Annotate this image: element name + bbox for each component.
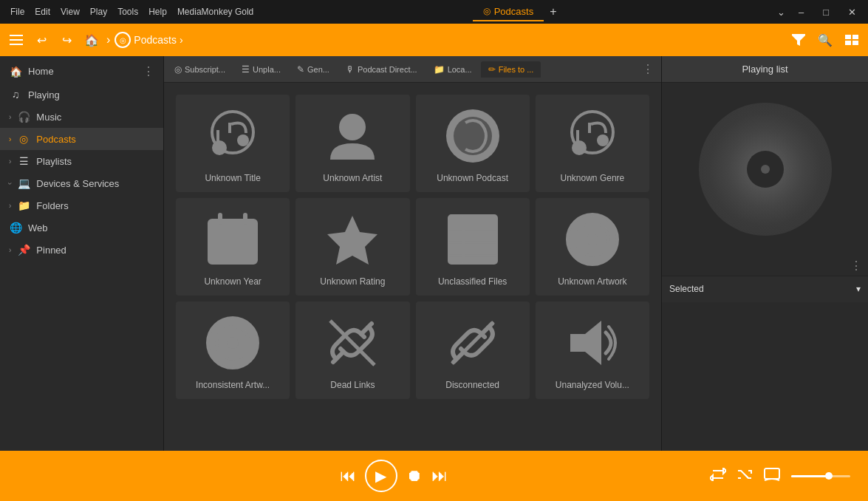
grid-item-unknown-genre[interactable]: Unknown Genre — [536, 95, 649, 192]
grid-item-disconnected[interactable]: Disconnected — [416, 301, 530, 399]
bottom-player: ⏮ ▶ ⏺ ⏭ — [0, 451, 868, 501]
sidebar-item-label: Podcasts — [36, 134, 154, 145]
svg-point-19 — [597, 134, 609, 146]
svg-point-12 — [339, 114, 366, 140]
svg-rect-17 — [576, 130, 579, 148]
grid-item-unknown-year[interactable]: Unknown Year — [176, 198, 290, 296]
grid-item-unknown-rating[interactable]: Unknown Rating — [295, 198, 409, 296]
shuffle-button[interactable] — [737, 468, 753, 485]
tab-unplayed-icon: ☰ — [242, 64, 250, 75]
unknown-rating-icon — [323, 210, 382, 269]
menu-help[interactable]: Help — [144, 5, 171, 18]
unknown-year-label: Unknown Year — [204, 276, 261, 287]
sidebar-item-label: Folders — [36, 200, 154, 211]
tab-unplayed[interactable]: ☰ Unpla... — [234, 61, 288, 78]
right-panel-more-icon[interactable]: ⋮ — [850, 259, 862, 273]
grid-item-unclassified-files[interactable]: Unclassified Files — [416, 198, 530, 296]
sidebar: 🏠 Home ⋮ ♫ Playing › 🎧 Music › ◎ Podcast… — [0, 56, 164, 451]
window-menu-icon[interactable]: ⌄ — [777, 7, 785, 18]
content-tabs: ◎ Subscript... ☰ Unpla... ✎ Gen... 🎙 Pod… — [164, 56, 661, 83]
menu-view[interactable]: View — [56, 5, 84, 18]
next-button[interactable]: ⏭ — [431, 466, 448, 485]
tab-local[interactable]: 📁 Loca... — [426, 61, 479, 78]
grid-item-unknown-artwork[interactable]: Unknown Artwork — [536, 198, 649, 296]
volume-knob[interactable] — [825, 472, 833, 480]
tab-podcasts[interactable]: ◎ Podcasts — [473, 3, 544, 21]
tab-genre[interactable]: ✎ Gen... — [290, 61, 337, 78]
sidebar-item-playing[interactable]: ♫ Playing — [0, 84, 163, 106]
cast-button[interactable] — [763, 467, 781, 485]
album-art-inner — [747, 151, 784, 188]
selected-content — [662, 302, 868, 451]
selected-label: Selected — [669, 284, 704, 294]
sidebar-item-playlists[interactable]: › ☰ Playlists — [0, 150, 163, 172]
layout-button[interactable] — [841, 30, 862, 50]
svg-rect-0 — [10, 35, 23, 36]
menu-edit[interactable]: Edit — [30, 5, 55, 18]
tab-files-icon: ✏ — [488, 64, 496, 75]
menu-tools[interactable]: Tools — [113, 5, 143, 18]
svg-rect-21 — [209, 220, 256, 234]
sidebar-more-icon[interactable]: ⋮ — [143, 64, 154, 78]
grid-item-unknown-artist[interactable]: Unknown Artist — [295, 95, 409, 192]
grid-item-inconsistent-artwork[interactable]: Inconsistent Artw... — [176, 301, 290, 399]
repeat-button[interactable] — [710, 468, 726, 485]
sidebar-item-label: Playlists — [36, 156, 154, 167]
svg-rect-18 — [588, 123, 591, 133]
tab-local-icon: 📁 — [434, 64, 445, 75]
sidebar-item-folders[interactable]: › 📁 Folders — [0, 194, 163, 217]
tab-podcast-dir[interactable]: 🎙 Podcast Direct... — [338, 61, 425, 78]
grid-item-unknown-podcast[interactable]: Unknown Podcast — [416, 95, 530, 192]
tab-files[interactable]: ✏ Files to ... — [481, 61, 541, 78]
play-button[interactable]: ▶ — [365, 460, 397, 492]
sidebar-item-label: Playing — [28, 89, 154, 100]
redo-button[interactable]: ↪ — [56, 30, 77, 50]
hamburger-icon[interactable] — [6, 30, 27, 50]
menu-file[interactable]: File — [6, 5, 29, 18]
unknown-genre-label: Unknown Genre — [561, 173, 625, 183]
close-button[interactable]: ✕ — [842, 5, 862, 19]
sidebar-item-podcasts[interactable]: › ◎ Podcasts — [0, 128, 163, 150]
breadcrumb-arrow: › — [180, 34, 183, 46]
grid-item-dead-links[interactable]: Dead Links — [295, 301, 409, 399]
sidebar-item-label: Devices & Services — [36, 178, 154, 189]
grid-item-unknown-title[interactable]: Unknown Title — [176, 95, 290, 192]
sidebar-item-label: Home — [28, 66, 137, 77]
tab-bar: ◎ Podcasts + — [473, 3, 563, 21]
sidebar-item-web[interactable]: 🌐 Web — [0, 217, 163, 239]
folders-icon: 📁 — [17, 200, 30, 211]
sidebar-item-pinned[interactable]: › 📌 Pinned — [0, 239, 163, 261]
right-panel-header: Playing list — [662, 56, 868, 83]
tabs-more-icon[interactable]: ⋮ — [638, 62, 658, 76]
arrow-icon: › — [9, 113, 11, 121]
filter-button[interactable] — [788, 30, 809, 50]
playing-list-title: Playing list — [742, 64, 787, 75]
tab-add-button[interactable]: + — [544, 5, 562, 18]
title-bar: File Edit View Play Tools Help MediaMonk… — [0, 0, 868, 24]
sidebar-item-music[interactable]: › 🎧 Music — [0, 106, 163, 128]
menu-mediamonkey[interactable]: MediaMonkey Gold — [173, 5, 258, 18]
svg-rect-45 — [765, 468, 779, 479]
selected-section-header[interactable]: Selected ▾ — [662, 276, 868, 302]
sidebar-item-devices[interactable]: › 💻 Devices & Services — [0, 172, 163, 194]
svg-rect-4 — [852, 35, 858, 39]
items-grid: Unknown Title Unknown Artist Unknown Pod… — [176, 95, 649, 399]
unknown-rating-label: Unknown Rating — [320, 276, 385, 287]
undo-button[interactable]: ↩ — [31, 30, 52, 50]
home-button[interactable]: 🏠 — [81, 30, 102, 50]
main-area: 🏠 Home ⋮ ♫ Playing › 🎧 Music › ◎ Podcast… — [0, 56, 868, 451]
tab-subscriptions[interactable]: ◎ Subscript... — [167, 61, 233, 78]
unknown-artwork-icon — [563, 210, 622, 269]
inconsistent-artwork-icon — [203, 313, 262, 372]
stop-button[interactable]: ⏺ — [406, 466, 423, 485]
maximize-button[interactable]: □ — [817, 5, 835, 19]
volume-slider[interactable] — [791, 475, 850, 477]
tab-genre-icon: ✎ — [297, 64, 304, 75]
disconnected-icon — [443, 313, 502, 372]
minimize-button[interactable]: – — [793, 5, 810, 19]
menu-play[interactable]: Play — [86, 5, 112, 18]
sidebar-item-home[interactable]: 🏠 Home ⋮ — [0, 59, 163, 84]
grid-item-unanalyzed-volume[interactable]: Unanalyzed Volu... — [536, 301, 649, 399]
prev-button[interactable]: ⏮ — [340, 466, 356, 485]
search-button[interactable]: 🔍 — [815, 30, 835, 50]
